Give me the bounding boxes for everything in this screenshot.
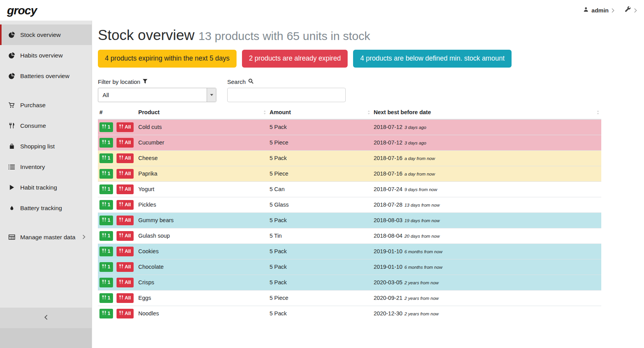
column-header-best-before[interactable]: Next best before date <box>372 108 601 119</box>
product-name: Cheese <box>137 150 268 166</box>
utensils-icon <box>119 155 123 161</box>
table-row: 1 All Yogurt 5 Can 2018-07-249 days from… <box>98 181 601 197</box>
location-select[interactable]: All <box>98 88 216 102</box>
filter-by-location-label: Filter by location <box>98 78 216 85</box>
consume-one-button[interactable]: 1 <box>99 231 113 241</box>
consume-all-button[interactable]: All <box>117 309 134 318</box>
best-before-cell: 2018-07-16a day from now <box>372 150 601 166</box>
shopping-bag-icon <box>8 143 16 150</box>
sidebar-item-inventory[interactable]: Inventory <box>0 157 92 177</box>
consume-one-button[interactable]: 1 <box>99 138 113 148</box>
sidebar-item-label: Consume <box>20 122 46 129</box>
product-name: Noodles <box>137 306 268 321</box>
sidebar-item-label: Shopping list <box>20 143 55 150</box>
amount-cell: 5 Can <box>268 181 372 197</box>
product-name: Paprika <box>137 166 268 181</box>
consume-one-button[interactable]: 1 <box>99 184 113 194</box>
best-before-cell: 2018-07-123 days ago <box>372 119 601 135</box>
sidebar-item-purchase[interactable]: Purchase <box>0 95 92 115</box>
consume-all-button[interactable]: All <box>117 122 134 132</box>
consume-one-button[interactable]: 1 <box>99 169 113 179</box>
consume-all-button[interactable]: All <box>117 216 134 225</box>
sidebar-collapse-button[interactable] <box>0 308 92 328</box>
best-before-cell: 2020-12-302 years from now <box>372 306 601 321</box>
badge-below-min-stock[interactable]: 4 products are below defined min. stock … <box>353 50 512 68</box>
consume-all-button[interactable]: All <box>117 278 134 287</box>
consume-all-button[interactable]: All <box>117 184 134 194</box>
sidebar-item-label: Habit tracking <box>20 184 57 191</box>
sidebar-item-consume[interactable]: Consume <box>0 115 92 136</box>
utensils-icon <box>102 311 106 316</box>
chevron-down-icon <box>207 88 216 102</box>
utensils-icon <box>119 124 123 130</box>
relative-time: 2 years from now <box>404 296 439 301</box>
consume-all-button[interactable]: All <box>117 262 134 272</box>
consume-one-button[interactable]: 1 <box>99 309 113 318</box>
utensils-icon <box>102 218 106 223</box>
relative-time: 6 months from now <box>404 265 442 270</box>
consume-one-button[interactable]: 1 <box>99 293 113 303</box>
sort-icon <box>367 110 371 116</box>
search-input[interactable] <box>227 88 346 102</box>
relative-time: 2 years from now <box>404 280 439 285</box>
stock-table-body: 1 All Cold cuts 5 Pack 2018-07-123 days … <box>98 119 601 321</box>
consume-all-button[interactable]: All <box>117 293 134 303</box>
table-row: 1 All Noodles 5 Pack 2020-12-302 years f… <box>98 306 601 321</box>
relative-time: a day from now <box>404 156 435 161</box>
page-subtitle: 13 products with 65 units in stock <box>198 30 370 42</box>
sort-icon <box>596 110 600 116</box>
app-logo[interactable]: grocy <box>7 4 37 17</box>
sidebar-item-label: Purchase <box>20 102 45 109</box>
table-row: 1 All Eggs 5 Piece 2020-09-212 years fro… <box>98 290 601 306</box>
sidebar-item-manage-master-data[interactable]: Manage master data <box>0 227 92 247</box>
best-before-date: 2018-08-04 <box>374 233 402 239</box>
consume-all-button[interactable]: All <box>117 200 134 210</box>
badge-expiring-soon[interactable]: 4 products expiring within the next 5 da… <box>98 50 237 68</box>
wrench-icon <box>625 6 631 14</box>
consume-all-button[interactable]: All <box>117 169 134 179</box>
sidebar-item-shopping-list[interactable]: Shopping list <box>0 136 92 157</box>
sidebar-item-habit-tracking[interactable]: Habit tracking <box>0 177 92 198</box>
user-name: admin <box>592 7 609 14</box>
consume-one-button[interactable]: 1 <box>99 247 113 256</box>
user-menu[interactable]: admin <box>583 7 614 14</box>
best-before-cell: 2018-07-123 days ago <box>372 135 601 150</box>
best-before-date: 2018-08-03 <box>374 217 402 223</box>
consume-all-button[interactable]: All <box>117 153 134 163</box>
sidebar-item-stock-overview[interactable]: Stock overview <box>0 24 92 45</box>
best-before-date: 2018-07-12 <box>374 124 402 130</box>
consume-one-button[interactable]: 1 <box>99 216 113 225</box>
product-name: Eggs <box>137 290 268 306</box>
utensils-icon <box>119 218 123 223</box>
table-row: 1 All Gulash soup 5 Tin 2018-08-0420 day… <box>98 228 601 244</box>
consume-one-button[interactable]: 1 <box>99 122 113 132</box>
sidebar-item-batteries-overview[interactable]: Batteries overview <box>0 66 92 86</box>
status-badges: 4 products expiring within the next 5 da… <box>98 50 639 68</box>
chevron-right-icon <box>82 234 85 241</box>
consume-one-button[interactable]: 1 <box>99 262 113 272</box>
best-before-date: 2019-01-10 <box>374 264 402 270</box>
utensils-icon <box>119 311 123 316</box>
settings-menu[interactable] <box>625 6 637 14</box>
consume-one-button[interactable]: 1 <box>99 278 113 287</box>
sidebar-item-battery-tracking[interactable]: Battery tracking <box>0 198 92 218</box>
product-name: Yogurt <box>137 181 268 197</box>
consume-all-button[interactable]: All <box>117 138 134 148</box>
utensils-icon <box>119 295 123 301</box>
utensils-icon <box>102 264 106 270</box>
consume-one-button[interactable]: 1 <box>99 153 113 163</box>
badge-expired[interactable]: 2 products are already expired <box>242 50 348 68</box>
sidebar-item-habits-overview[interactable]: Habits overview <box>0 45 92 66</box>
best-before-date: 2018-07-12 <box>374 139 402 146</box>
column-header-amount[interactable]: Amount <box>268 108 372 119</box>
consume-all-button[interactable]: All <box>117 231 134 241</box>
best-before-cell: 2020-09-212 years from now <box>372 290 601 306</box>
search-label: Search <box>227 78 346 85</box>
best-before-cell: 2018-07-249 days from now <box>372 181 601 197</box>
chevron-right-icon <box>634 8 637 13</box>
column-header-product[interactable]: Product <box>137 108 268 119</box>
relative-time: 3 days ago <box>404 141 426 145</box>
consume-all-button[interactable]: All <box>117 247 134 256</box>
sidebar-item-label: Stock overview <box>20 31 61 38</box>
consume-one-button[interactable]: 1 <box>99 200 113 210</box>
